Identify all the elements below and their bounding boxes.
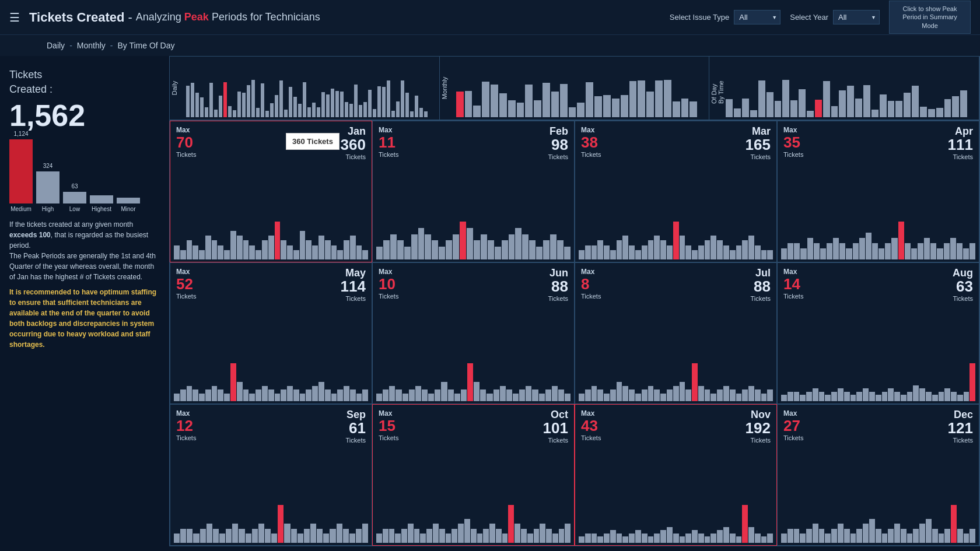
header: ☰ Tickets Created - Analyzing Peak Perio… xyxy=(0,0,980,35)
nav-monthly[interactable]: Monthly xyxy=(77,41,106,50)
year-select[interactable]: All xyxy=(833,10,880,24)
issue-type-group: Select Issue Type All xyxy=(670,10,780,24)
year-group: Select Year All xyxy=(790,10,880,24)
priority-bar: 324High xyxy=(36,163,60,212)
month-card-may: Max52TicketsMay114Tickets xyxy=(170,262,372,404)
info-text: If the tickets created at any given mont… xyxy=(9,219,160,282)
priority-bar: 1,124Medium xyxy=(9,131,33,212)
page-title: Tickets Created xyxy=(29,10,124,25)
priority-bar: 63Low xyxy=(63,183,86,212)
month-card-mar: Max38TicketsMar165Tickets xyxy=(575,121,777,262)
priority-bar-chart: 1,124Medium324High63LowHighestMinor xyxy=(9,142,160,212)
month-card-jan: Max70TicketsJan360Tickets xyxy=(170,121,372,262)
issue-type-select-wrapper[interactable]: All xyxy=(734,10,780,24)
year-select-wrapper[interactable]: All xyxy=(833,10,880,24)
tickets-count: 1,562 xyxy=(9,99,160,132)
month-card-jul: Max8TicketsJul88Tickets xyxy=(575,262,777,404)
year-label: Select Year xyxy=(790,13,828,22)
nav-sep2: - xyxy=(110,41,113,50)
chart-area: DailyMonthlyBy Time Of Day Max70TicketsJ… xyxy=(169,56,980,551)
main-area: Tickets Created : 1,562 1,124Medium324Hi… xyxy=(0,56,980,551)
warning-text: It is recommended to have optimum staffi… xyxy=(9,287,160,350)
overview-section-by-time-of-day: By Time Of Day xyxy=(709,57,979,120)
month-card-feb: Max11TicketsFeb98Tickets xyxy=(372,121,575,262)
month-card-sep: Max12TicketsSep61Tickets xyxy=(170,404,372,546)
priority-bar: Highest xyxy=(90,195,113,212)
month-card-aug: Max14TicketsAug63Tickets xyxy=(777,262,979,404)
issue-type-label: Select Issue Type xyxy=(670,13,729,22)
priority-bar: Minor xyxy=(117,198,140,212)
month-card-nov: Max43TicketsNov192Tickets xyxy=(575,404,777,546)
nav-daily[interactable]: Daily xyxy=(47,41,65,50)
month-card-dec: Max27TicketsDec121Tickets xyxy=(777,404,979,546)
issue-type-select[interactable]: All xyxy=(734,10,780,24)
overview-section-monthly: Monthly xyxy=(440,57,710,120)
month-card-apr: Max35TicketsApr111Tickets xyxy=(777,121,979,262)
month-grid: Max70TicketsJan360TicketsMax11TicketsFeb… xyxy=(169,120,980,546)
analyzing-label: Analyzing Peak Periods for Technicians xyxy=(136,11,320,23)
overview-row: DailyMonthlyBy Time Of Day xyxy=(169,56,980,120)
overview-section-daily: Daily xyxy=(170,57,440,120)
month-card-oct: Max15TicketsOct101Tickets xyxy=(372,404,575,546)
title-dash: - xyxy=(128,10,132,25)
title-block: Tickets Created - Analyzing Peak Periods… xyxy=(29,10,670,25)
summary-mode-button[interactable]: Click to show Peak Period in Summary Mod… xyxy=(889,1,971,34)
left-panel: Tickets Created : 1,562 1,124Medium324Hi… xyxy=(0,56,169,551)
peak-label: Peak xyxy=(184,11,209,23)
tickets-created-label: Tickets Created : xyxy=(9,68,160,97)
controls-area: Select Issue Type All Select Year All Cl… xyxy=(670,1,971,34)
nav-by-time[interactable]: By Time Of Day xyxy=(118,41,175,50)
navbar: Daily - Monthly - By Time Of Day xyxy=(0,35,980,56)
menu-icon[interactable]: ☰ xyxy=(9,10,20,24)
nav-sep1: - xyxy=(69,41,72,50)
month-card-jun: Max10TicketsJun88Tickets xyxy=(372,262,575,404)
